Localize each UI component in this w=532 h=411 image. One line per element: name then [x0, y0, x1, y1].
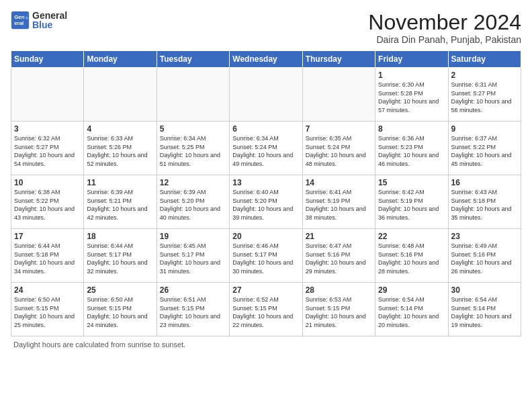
weekday-header-monday: Monday: [84, 51, 157, 68]
calendar-cell: 25Sunrise: 6:50 AM Sunset: 5:15 PM Dayli…: [84, 283, 157, 336]
calendar-cell: 29Sunrise: 6:54 AM Sunset: 5:14 PM Dayli…: [375, 283, 448, 336]
calendar-cell: [157, 68, 229, 122]
logo-general-text: General: [32, 11, 67, 20]
day-info: Sunrise: 6:50 AM Sunset: 5:15 PM Dayligh…: [14, 295, 81, 329]
day-number: 3: [14, 124, 81, 134]
calendar-cell: 8Sunrise: 6:36 AM Sunset: 5:23 PM Daylig…: [375, 122, 448, 175]
day-number: 11: [87, 178, 153, 187]
weekday-header-tuesday: Tuesday: [157, 51, 229, 68]
calendar-cell: 18Sunrise: 6:44 AM Sunset: 5:17 PM Dayli…: [84, 229, 157, 283]
svg-text:eral: eral: [14, 20, 24, 26]
day-info: Sunrise: 6:38 AM Sunset: 5:22 PM Dayligh…: [14, 188, 81, 222]
day-info: Sunrise: 6:54 AM Sunset: 5:14 PM Dayligh…: [451, 295, 518, 329]
day-number: 12: [160, 178, 226, 187]
calendar-cell: [11, 68, 84, 122]
calendar-cell: 4Sunrise: 6:33 AM Sunset: 5:26 PM Daylig…: [84, 122, 157, 175]
calendar-cell: 9Sunrise: 6:37 AM Sunset: 5:22 PM Daylig…: [448, 122, 521, 175]
weekday-header-sunday: Sunday: [11, 51, 84, 68]
day-number: 24: [14, 285, 81, 295]
day-number: 22: [378, 232, 445, 241]
weekday-header-wednesday: Wednesday: [230, 51, 302, 68]
calendar-cell: 27Sunrise: 6:52 AM Sunset: 5:15 PM Dayli…: [230, 283, 302, 336]
day-info: Sunrise: 6:39 AM Sunset: 5:20 PM Dayligh…: [160, 188, 226, 222]
calendar-cell: 12Sunrise: 6:39 AM Sunset: 5:20 PM Dayli…: [157, 175, 229, 229]
week-row-4: 17Sunrise: 6:44 AM Sunset: 5:18 PM Dayli…: [11, 229, 521, 283]
month-title: November 2024: [368, 11, 521, 34]
footer-note: Daylight hours are calculated from sunri…: [11, 340, 521, 349]
calendar-cell: 26Sunrise: 6:51 AM Sunset: 5:15 PM Dayli…: [157, 283, 229, 336]
calendar-cell: 15Sunrise: 6:42 AM Sunset: 5:19 PM Dayli…: [375, 175, 448, 229]
logo-blue-text: Blue: [32, 20, 67, 30]
day-number: 4: [87, 124, 153, 134]
logo-icon: Gen eral: [11, 11, 30, 30]
calendar-cell: 7Sunrise: 6:35 AM Sunset: 5:24 PM Daylig…: [302, 122, 375, 175]
day-info: Sunrise: 6:36 AM Sunset: 5:23 PM Dayligh…: [378, 134, 445, 168]
day-info: Sunrise: 6:44 AM Sunset: 5:17 PM Dayligh…: [87, 242, 153, 275]
calendar-cell: 3Sunrise: 6:32 AM Sunset: 5:27 PM Daylig…: [11, 122, 84, 175]
calendar-cell: [84, 68, 157, 122]
day-info: Sunrise: 6:49 AM Sunset: 5:16 PM Dayligh…: [451, 242, 518, 275]
logo: Gen eral General Blue: [11, 11, 67, 30]
weekday-header-saturday: Saturday: [448, 51, 521, 68]
day-info: Sunrise: 6:37 AM Sunset: 5:22 PM Dayligh…: [451, 134, 518, 168]
day-info: Sunrise: 6:30 AM Sunset: 5:28 PM Dayligh…: [378, 81, 445, 114]
day-number: 1: [378, 71, 445, 80]
day-number: 5: [160, 124, 226, 134]
day-number: 27: [232, 285, 299, 295]
day-info: Sunrise: 6:39 AM Sunset: 5:21 PM Dayligh…: [87, 188, 153, 222]
calendar-cell: [230, 68, 302, 122]
day-info: Sunrise: 6:47 AM Sunset: 5:16 PM Dayligh…: [306, 242, 372, 275]
title-area: November 2024 Daira Din Panah, Punjab, P…: [368, 11, 521, 45]
day-number: 9: [451, 124, 518, 134]
day-number: 18: [87, 232, 153, 241]
day-number: 23: [451, 232, 518, 241]
calendar-cell: 14Sunrise: 6:41 AM Sunset: 5:19 PM Dayli…: [302, 175, 375, 229]
day-info: Sunrise: 6:50 AM Sunset: 5:15 PM Dayligh…: [87, 295, 153, 329]
calendar-cell: 30Sunrise: 6:54 AM Sunset: 5:14 PM Dayli…: [448, 283, 521, 336]
day-number: 19: [160, 232, 226, 241]
logo-text: General Blue: [32, 11, 67, 30]
day-number: 13: [232, 178, 299, 187]
calendar-cell: 17Sunrise: 6:44 AM Sunset: 5:18 PM Dayli…: [11, 229, 84, 283]
day-number: 26: [160, 285, 226, 295]
svg-text:Gen: Gen: [14, 14, 24, 20]
week-row-2: 3Sunrise: 6:32 AM Sunset: 5:27 PM Daylig…: [11, 122, 521, 175]
calendar-cell: 11Sunrise: 6:39 AM Sunset: 5:21 PM Dayli…: [84, 175, 157, 229]
day-number: 2: [451, 71, 518, 80]
day-number: 21: [306, 232, 372, 241]
day-number: 10: [14, 178, 81, 187]
day-number: 20: [232, 232, 299, 241]
day-info: Sunrise: 6:33 AM Sunset: 5:26 PM Dayligh…: [87, 134, 153, 168]
day-number: 16: [451, 178, 518, 187]
week-row-3: 10Sunrise: 6:38 AM Sunset: 5:22 PM Dayli…: [11, 175, 521, 229]
day-number: 30: [451, 285, 518, 295]
header: Gen eral General Blue November 2024 Dair…: [11, 11, 521, 45]
day-info: Sunrise: 6:53 AM Sunset: 5:15 PM Dayligh…: [306, 295, 372, 329]
day-info: Sunrise: 6:34 AM Sunset: 5:24 PM Dayligh…: [232, 134, 299, 168]
calendar-cell: 10Sunrise: 6:38 AM Sunset: 5:22 PM Dayli…: [11, 175, 84, 229]
day-number: 7: [306, 124, 372, 134]
weekday-header-friday: Friday: [375, 51, 448, 68]
day-info: Sunrise: 6:48 AM Sunset: 5:16 PM Dayligh…: [378, 242, 445, 275]
calendar-cell: 2Sunrise: 6:31 AM Sunset: 5:27 PM Daylig…: [448, 68, 521, 122]
day-info: Sunrise: 6:45 AM Sunset: 5:17 PM Dayligh…: [160, 242, 226, 275]
calendar-cell: 20Sunrise: 6:46 AM Sunset: 5:17 PM Dayli…: [230, 229, 302, 283]
page: Gen eral General Blue November 2024 Dair…: [0, 0, 532, 411]
day-number: 14: [306, 178, 372, 187]
day-number: 28: [306, 285, 372, 295]
calendar-cell: 6Sunrise: 6:34 AM Sunset: 5:24 PM Daylig…: [230, 122, 302, 175]
calendar-cell: 28Sunrise: 6:53 AM Sunset: 5:15 PM Dayli…: [302, 283, 375, 336]
day-number: 15: [378, 178, 445, 187]
footer-text: Daylight hours are calculated from sunri…: [13, 340, 185, 349]
calendar-cell: 23Sunrise: 6:49 AM Sunset: 5:16 PM Dayli…: [448, 229, 521, 283]
day-info: Sunrise: 6:42 AM Sunset: 5:19 PM Dayligh…: [378, 188, 445, 222]
day-info: Sunrise: 6:43 AM Sunset: 5:18 PM Dayligh…: [451, 188, 518, 222]
week-row-1: 1Sunrise: 6:30 AM Sunset: 5:28 PM Daylig…: [11, 68, 521, 122]
calendar-cell: [302, 68, 375, 122]
day-number: 25: [87, 285, 153, 295]
calendar-cell: 24Sunrise: 6:50 AM Sunset: 5:15 PM Dayli…: [11, 283, 84, 336]
day-info: Sunrise: 6:54 AM Sunset: 5:14 PM Dayligh…: [378, 295, 445, 329]
calendar-cell: 1Sunrise: 6:30 AM Sunset: 5:28 PM Daylig…: [375, 68, 448, 122]
calendar-cell: 22Sunrise: 6:48 AM Sunset: 5:16 PM Dayli…: [375, 229, 448, 283]
location-title: Daira Din Panah, Punjab, Pakistan: [368, 34, 521, 45]
